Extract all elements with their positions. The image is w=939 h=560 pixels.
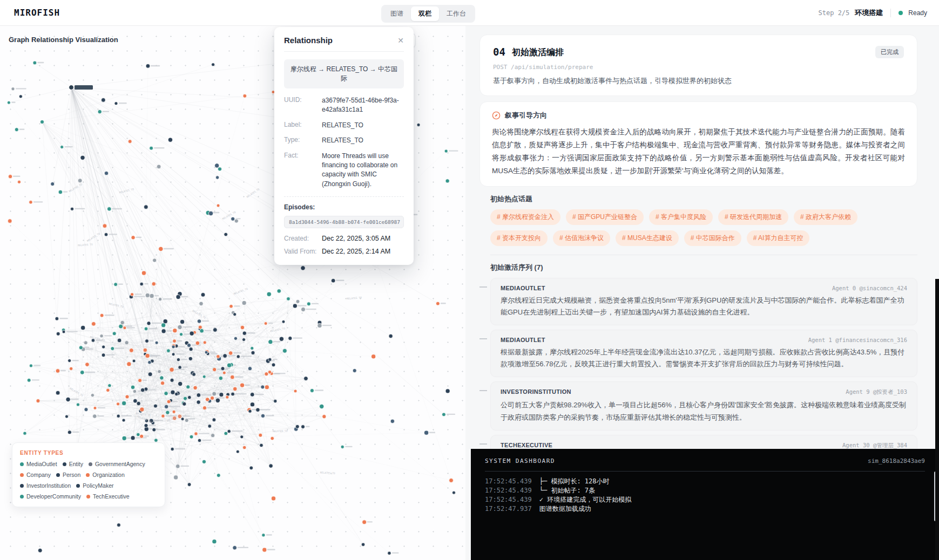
- app-header: MIROFISH 图谱双栏工作台 Step 2/5 环境搭建 Ready: [0, 0, 939, 26]
- timeline-dash-icon: [479, 443, 487, 445]
- created-label: Created:: [284, 235, 319, 242]
- step-card: 04 初始激活编排 已完成 POST /api/simulation/prepa…: [479, 35, 917, 96]
- log-message: ✓ 环境搭建完成，可以开始模拟: [539, 495, 631, 504]
- legend-title: ENTITY TYPES: [20, 450, 157, 456]
- timeline-dash-icon: [479, 286, 487, 288]
- legend-item-label: MediaOutlet: [26, 461, 57, 467]
- step-indicator: Step 2/5: [819, 9, 850, 17]
- log-line: 17:52:45.439├─ 模拟时长: 128小时: [485, 477, 925, 486]
- relationship-fields: UUID:a3679fe7-55d1-46be-9f3a-e42afa31c1a…: [284, 96, 404, 189]
- terminal-log-list: 17:52:45.439├─ 模拟时长: 128小时17:52:45.439└─…: [485, 477, 925, 514]
- relationship-path: 摩尔线程 → RELATES_TO → 中芯国际: [284, 59, 404, 88]
- legend-item: PolicyMaker: [76, 482, 113, 489]
- topic-tag: # 客户集中度风险: [649, 209, 713, 225]
- legend-dot-icon: [89, 462, 92, 466]
- right-panel: 04 初始激活编排 已完成 POST /api/simulation/prepa…: [465, 26, 939, 560]
- field-label: Type:: [284, 136, 319, 145]
- sequence-item-text: 根据最新披露，摩尔线程2025年上半年经营现金流净流出达10.37亿元，远超同期…: [501, 346, 907, 370]
- legend-item-label: Entity: [69, 461, 83, 467]
- log-timestamp: 17:52:45.439: [485, 486, 532, 495]
- legend-dot-icon: [20, 473, 24, 477]
- app-logo: MIROFISH: [14, 8, 60, 18]
- timeline-dash-icon: [479, 390, 487, 391]
- sequence-item-card: MEDIAOUTLETAgent 1 @financesinacomcn_316…: [490, 330, 917, 377]
- step-label: 环境搭建: [855, 8, 883, 18]
- log-message: 图谱数据加载成功: [539, 504, 591, 514]
- legend-dot-icon: [20, 462, 24, 466]
- system-dashboard-terminal: SYSTEM DASHBOARD sim_8618a2843ae9 17:52:…: [471, 449, 939, 560]
- episode-id: 8a1d3044-5496-4b88-b074-fe001ce68987: [284, 216, 404, 228]
- episodes-label: Episodes:: [284, 203, 404, 211]
- tab-图谱[interactable]: 图谱: [383, 6, 411, 21]
- field-value: Moore Threads will use financing to coll…: [322, 152, 404, 189]
- legend-item-label: Company: [26, 472, 51, 478]
- tab-双栏[interactable]: 双栏: [411, 6, 439, 21]
- step-number: 04: [493, 46, 505, 58]
- timeline-dash-icon: [479, 338, 487, 339]
- legend-item: Company: [20, 472, 51, 478]
- legend-item: InvestorInstitution: [20, 482, 71, 489]
- narrative-card: 叙事引导方向 舆论将围绕摩尔线程在获得大规模资金注入后的战略动向展开，初期聚焦于…: [479, 101, 917, 187]
- status-badge: Ready: [908, 9, 927, 17]
- edge-label: RELATES_TO: [273, 430, 288, 433]
- created-value: Dec 22, 2025, 3:05 AM: [322, 235, 404, 242]
- topic-tag: # 国产GPU产业链整合: [566, 209, 644, 225]
- log-line: 17:52:45.439└─ 初始帖子: 7条: [485, 486, 925, 495]
- legend-item: MediaOutlet: [20, 461, 57, 467]
- sequence-item-text: 摩尔线程近日完成大规模融资，据悉资金将重点投向5nm'平湖'系列GPU的研发流片…: [501, 295, 907, 318]
- sequence-item-header: MEDIAOUTLETAgent 1 @financesinacomcn_316: [501, 337, 907, 343]
- edge-label: RELATES_TO: [246, 188, 260, 199]
- log-timestamp: 17:52:47.937: [485, 504, 532, 514]
- legend-item: Person: [56, 472, 80, 478]
- relationship-card-header: Relationship ✕: [284, 36, 404, 52]
- header-divider: [890, 9, 891, 17]
- log-line: 17:52:45.439✓ 环境搭建完成，可以开始模拟: [485, 495, 925, 504]
- close-icon[interactable]: ✕: [397, 37, 404, 44]
- narrative-title: 叙事引导方向: [505, 111, 547, 120]
- field-value: RELATES_TO: [322, 136, 404, 145]
- topic-tag: # 中芯国际合作: [684, 230, 741, 246]
- field-label: Fact:: [284, 152, 319, 189]
- sequence-item: MEDIAOUTLETAgent 0 @sinacomcn_424摩尔线程近日完…: [479, 278, 917, 325]
- relationship-card: Relationship ✕ 摩尔线程 → RELATES_TO → 中芯国际 …: [274, 27, 414, 265]
- sequence-item: INVESTORINSTITUTIONAgent 9 @投资者_103公司前五大…: [479, 381, 917, 430]
- log-message: ├─ 模拟时长: 128小时: [539, 477, 610, 486]
- agent-handle: Agent 30 @管理层_384: [842, 442, 907, 449]
- relationship-meta: Created: Dec 22, 2025, 3:05 AM Valid Fro…: [284, 235, 404, 255]
- topic-tag: # 估值泡沫争议: [553, 230, 610, 246]
- agent-handle: Agent 1 @financesinacomcn_316: [808, 337, 907, 343]
- legend-dot-icon: [76, 484, 80, 488]
- agent-type-label: MEDIAOUTLET: [501, 337, 545, 343]
- legend-dot-icon: [86, 473, 90, 477]
- legend-item-label: PolicyMaker: [83, 482, 113, 489]
- agent-type-label: TECHEXECUTIVE: [501, 442, 552, 448]
- relationship-card-title: Relationship: [284, 36, 333, 45]
- legend-item-label: DeveloperCommunity: [26, 493, 81, 500]
- legend-item-label: Person: [63, 472, 80, 478]
- sequence-item-header: INVESTORINSTITUTIONAgent 9 @投资者_103: [501, 388, 907, 396]
- valid-from-label: Valid From:: [284, 248, 319, 255]
- log-line: 17:52:47.937图谱数据加载成功: [485, 504, 925, 514]
- legend-item: TechExecutive: [86, 493, 130, 500]
- tab-工作台[interactable]: 工作台: [439, 6, 474, 21]
- sequence-item: MEDIAOUTLETAgent 1 @financesinacomcn_316…: [479, 330, 917, 377]
- page-scrollbar[interactable]: [935, 279, 939, 560]
- legend-item-label: TechExecutive: [93, 493, 130, 500]
- simulation-id: sim_8618a2843ae9: [868, 457, 925, 465]
- header-right: Step 2/5 环境搭建 Ready: [819, 0, 927, 26]
- legend-dot-icon: [63, 462, 66, 466]
- legend-item: Entity: [63, 461, 83, 467]
- graph-panel-title: Graph Relationship Visualization: [9, 36, 118, 44]
- terminal-divider: [485, 471, 925, 472]
- log-timestamp: 17:52:45.439: [485, 495, 532, 504]
- sequence-item-card: MEDIAOUTLETAgent 0 @sinacomcn_424摩尔线程近日完…: [490, 278, 917, 325]
- topic-tag: # 资本开支投向: [490, 230, 548, 246]
- topic-tag: # 摩尔线程资金注入: [490, 209, 560, 225]
- compass-icon: [492, 111, 501, 120]
- field-label: UUID:: [284, 96, 319, 115]
- topic-tag: # 研发迭代周期加速: [718, 209, 788, 225]
- legend-dot-icon: [20, 495, 24, 498]
- sequence-item-text: 公司前五大客户贡献98.29%收入，单一项目占比超56%，且核心客户身份因'国家…: [501, 399, 907, 423]
- log-message: └─ 初始帖子: 7条: [539, 486, 595, 495]
- agent-handle: Agent 0 @sinacomcn_424: [832, 285, 907, 291]
